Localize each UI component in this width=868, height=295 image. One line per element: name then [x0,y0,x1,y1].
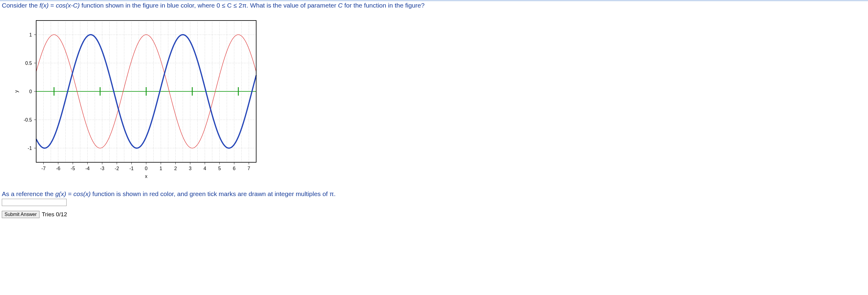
svg-text:-3: -3 [100,166,104,171]
svg-text:4: 4 [204,166,206,171]
svg-text:-7: -7 [41,166,45,171]
answer-input[interactable] [2,199,67,206]
q-middle: function shown in the figure in blue col… [80,2,338,9]
ref-gx: g(x) [55,190,66,197]
svg-text:-1: -1 [129,166,133,171]
ref-func: cos(x) [73,190,91,197]
answer-row [0,199,868,206]
chart-container: -7-6-5-4-3-2-101234567-1-0.500.51xy [9,14,868,188]
svg-text:-4: -4 [85,166,90,171]
svg-text:-2: -2 [115,166,119,171]
submit-button[interactable]: Submit Answer [2,211,39,218]
svg-text:y: y [14,90,19,93]
svg-text:1: 1 [29,32,32,37]
svg-text:5: 5 [218,166,221,171]
svg-text:x: x [145,174,147,179]
question-text: Consider the f(x) = cos(x-C) function sh… [0,1,868,9]
svg-text:0.5: 0.5 [25,61,32,66]
chart-box: -7-6-5-4-3-2-101234567-1-0.500.51xy [9,14,262,188]
submit-row: Submit Answer Tries 0/12 [0,211,868,218]
svg-text:6: 6 [233,166,236,171]
svg-text:2: 2 [174,166,177,171]
q-suffix: for the function in the figure? [343,2,425,9]
ref-prefix: As a reference the [2,190,55,197]
q-eq: = [49,2,56,9]
svg-text:0: 0 [29,89,32,94]
svg-text:-0.5: -0.5 [24,117,32,122]
svg-text:-6: -6 [56,166,60,171]
svg-text:0: 0 [145,166,148,171]
reference-text: As a reference the g(x) = cos(x) functio… [0,190,868,198]
svg-text:7: 7 [247,166,250,171]
svg-text:-5: -5 [71,166,75,171]
q-param: C [338,2,342,9]
svg-text:1: 1 [159,166,162,171]
ref-suffix: function is shown in red color, and gree… [91,190,336,197]
svg-text:-1: -1 [28,146,32,151]
ref-eq: = [66,190,73,197]
tries-text: Tries 0/12 [42,211,67,218]
svg-text:3: 3 [189,166,192,171]
page-root: Consider the f(x) = cos(x-C) function sh… [0,0,868,295]
q-fx: f(x) [39,2,49,9]
q-prefix: Consider the [2,2,39,9]
chart-svg: -7-6-5-4-3-2-101234567-1-0.500.51xy [9,14,262,186]
q-func: cos(x-C) [56,2,80,9]
